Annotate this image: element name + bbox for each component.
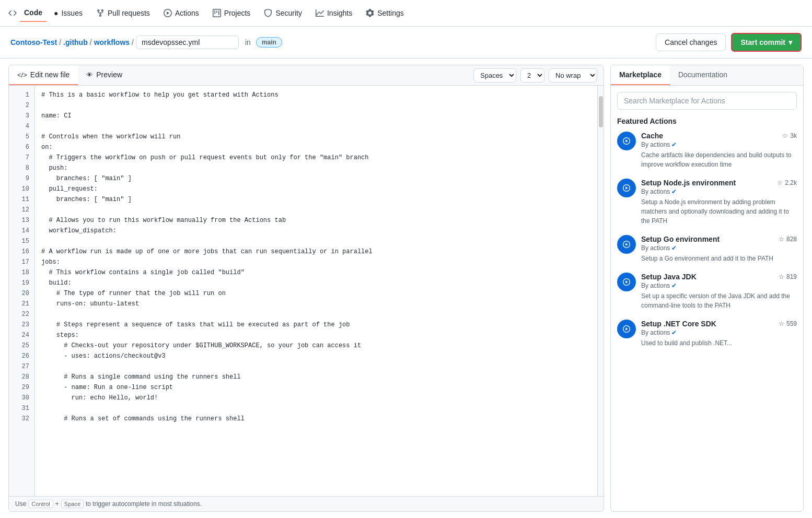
nav-actions[interactable]: Actions	[157, 5, 205, 21]
footer-use: Use	[15, 500, 26, 508]
action-by-java: By actions ✔	[641, 282, 797, 289]
action-item-java: Setup Java JDK ☆ 819 By actions ✔ Set up…	[617, 273, 797, 310]
scrollbar-thumb[interactable]	[599, 96, 603, 127]
tab-edit-label: Edit new file	[30, 70, 69, 79]
action-name-cache[interactable]: Cache	[641, 132, 663, 140]
commit-dropdown-icon: ▾	[788, 38, 792, 46]
action-by-go: By actions ✔	[641, 244, 797, 252]
breadcrumb-dir1[interactable]: .github	[63, 38, 88, 46]
edit-code-icon: </>	[17, 71, 27, 79]
indent-select[interactable]: 2 4	[520, 68, 544, 83]
nav-security-label: Security	[275, 9, 302, 17]
nav-settings[interactable]: Settings	[359, 5, 410, 21]
nav-security[interactable]: Security	[258, 5, 308, 21]
breadcrumb-bar: Contoso-Test / .github / workflows / in …	[0, 27, 812, 58]
wrap-select[interactable]: No wrap Soft wrap	[549, 68, 597, 83]
action-header-dotnet: Setup .NET Core SDK ☆ 559	[641, 320, 797, 328]
code-editor[interactable]	[35, 86, 597, 496]
cancel-changes-button[interactable]: Cancel changes	[656, 33, 726, 51]
marketplace-search[interactable]	[617, 92, 797, 110]
nav-issues[interactable]: ● Issues	[48, 5, 89, 21]
action-star-dotnet: ☆ 559	[779, 320, 797, 327]
preview-icon: 👁	[86, 71, 93, 79]
action-details-nodejs: Setup Node.js environment ☆ 2.2k By acti…	[641, 179, 797, 226]
tab-edit[interactable]: </> Edit new file	[9, 65, 78, 85]
action-by-dotnet: By actions ✔	[641, 329, 797, 336]
sidebar-content: Featured Actions Cache ☆ 3k By actions ✔	[611, 86, 803, 511]
breadcrumb-actions: Cancel changes Start commit ▾	[656, 33, 802, 52]
action-details-go: Setup Go environment ☆ 828 By actions ✔ …	[641, 235, 797, 263]
action-desc-dotnet: Used to build and publish .NET...	[641, 338, 797, 348]
action-item-cache: Cache ☆ 3k By actions ✔ Cache artifacts …	[617, 132, 797, 169]
star-icon-cache: ☆	[782, 132, 788, 139]
start-commit-label: Start commit	[740, 38, 785, 46]
nav-projects[interactable]: Projects	[206, 5, 257, 21]
filename-input[interactable]	[136, 36, 239, 49]
breadcrumb-dir2[interactable]: workflows	[94, 38, 130, 46]
action-name-go[interactable]: Setup Go environment	[641, 235, 720, 243]
main-content: </> Edit new file 👁 Preview Spaces Tabs …	[0, 58, 812, 518]
line-numbers: 1234567891011121314151617181920212223242…	[9, 86, 35, 496]
sidebar-tabs: Marketplace Documentation	[611, 65, 803, 86]
featured-title: Featured Actions	[617, 117, 797, 125]
spaces-select[interactable]: Spaces Tabs	[473, 68, 516, 83]
action-desc-nodejs: Setup a Node.js environment by adding pr…	[641, 197, 797, 226]
breadcrumb-repo[interactable]: Contoso-Test	[10, 38, 57, 46]
pullrequest-icon	[96, 9, 105, 17]
action-name-java[interactable]: Setup Java JDK	[641, 273, 697, 281]
action-item-go: Setup Go environment ☆ 828 By actions ✔ …	[617, 235, 797, 263]
action-name-nodejs[interactable]: Setup Node.js environment	[641, 179, 736, 187]
action-icon-nodejs	[617, 179, 636, 197]
action-details-cache: Cache ☆ 3k By actions ✔ Cache artifacts …	[641, 132, 797, 169]
action-desc-go: Setup a Go environment and add it to the…	[641, 254, 797, 263]
play-icon-go	[623, 241, 630, 248]
verified-icon-dotnet: ✔	[671, 329, 677, 336]
nav-code[interactable]: Code	[20, 4, 47, 22]
action-desc-java: Set up a specific version of the Java JD…	[641, 291, 797, 310]
verified-icon-cache: ✔	[671, 141, 677, 148]
nav-insights[interactable]: Insights	[309, 5, 358, 21]
nav-projects-label: Projects	[224, 9, 251, 17]
action-icon-go	[617, 235, 636, 254]
play-icon-dotnet	[623, 325, 630, 333]
breadcrumb: Contoso-Test / .github / workflows / in …	[10, 36, 282, 49]
tab-preview-label: Preview	[96, 70, 122, 79]
star-icon-go: ☆	[779, 236, 784, 243]
action-header-java: Setup Java JDK ☆ 819	[641, 273, 797, 281]
footer-ctrl-key: Control	[28, 500, 53, 508]
footer-plus: +	[55, 500, 59, 508]
nav-actions-label: Actions	[175, 9, 199, 17]
nav-insights-label: Insights	[327, 9, 352, 17]
security-icon	[264, 9, 272, 17]
settings-icon	[366, 9, 374, 17]
editor-controls: Spaces Tabs 2 4 No wrap Soft wrap	[467, 68, 604, 83]
action-name-dotnet[interactable]: Setup .NET Core SDK	[641, 320, 716, 328]
editor-panel: </> Edit new file 👁 Preview Spaces Tabs …	[8, 65, 604, 512]
editor-footer: Use Control + Space to trigger autocompl…	[9, 496, 604, 511]
tab-documentation[interactable]: Documentation	[670, 65, 736, 85]
sidebar-panel: Marketplace Documentation Featured Actio…	[610, 65, 804, 512]
nav-pullrequests-label: Pull requests	[108, 9, 150, 17]
action-star-go: ☆ 828	[779, 236, 797, 243]
issues-icon: ●	[54, 9, 58, 17]
nav-issues-label: Issues	[61, 9, 82, 17]
action-header-go: Setup Go environment ☆ 828	[641, 235, 797, 243]
play-icon-nodejs	[623, 184, 630, 192]
branch-badge: main	[256, 37, 282, 48]
nav-settings-label: Settings	[377, 9, 404, 17]
actions-icon	[164, 9, 172, 17]
top-nav: Code ● Issues Pull requests Actions Proj…	[0, 0, 812, 27]
tab-preview[interactable]: 👁 Preview	[78, 65, 131, 85]
action-star-nodejs: ☆ 2.2k	[777, 179, 797, 186]
action-header-cache: Cache ☆ 3k	[641, 132, 797, 140]
star-icon-java: ☆	[779, 273, 784, 280]
action-icon-dotnet	[617, 320, 636, 338]
start-commit-button[interactable]: Start commit ▾	[731, 33, 802, 52]
verified-icon-nodejs: ✔	[671, 188, 677, 195]
action-details-dotnet: Setup .NET Core SDK ☆ 559 By actions ✔ U…	[641, 320, 797, 348]
nav-pullrequests[interactable]: Pull requests	[90, 5, 156, 21]
scrollbar[interactable]	[597, 86, 604, 496]
breadcrumb-sep1: /	[59, 38, 61, 46]
tab-marketplace[interactable]: Marketplace	[611, 65, 670, 85]
action-by-cache: By actions ✔	[641, 141, 797, 148]
